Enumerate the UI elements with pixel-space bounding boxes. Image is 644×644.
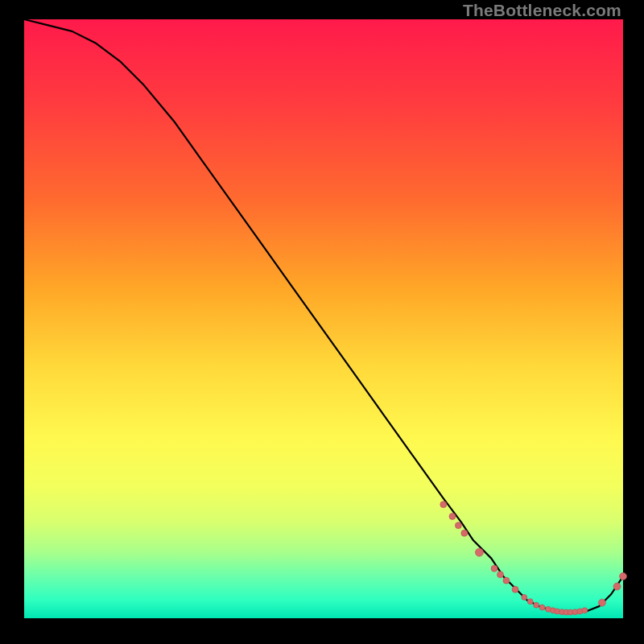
- data-marker: [449, 514, 456, 520]
- data-marker: [527, 599, 533, 605]
- curve-layer: [24, 19, 623, 618]
- data-marker: [455, 522, 461, 529]
- bottleneck-curve: [24, 19, 623, 613]
- data-marker: [512, 586, 518, 592]
- plot-area: [24, 19, 623, 618]
- data-marker: [522, 594, 527, 600]
- data-marker: [534, 602, 539, 608]
- data-marker: [461, 530, 468, 536]
- data-marker: [440, 502, 447, 508]
- data-marker: [598, 599, 605, 606]
- data-marker: [620, 572, 627, 580]
- watermark-text: TheBottleneck.com: [463, 2, 621, 19]
- data-marker: [613, 583, 621, 590]
- data-marker: [503, 577, 510, 584]
- data-marker: [539, 605, 545, 610]
- data-marker: [475, 548, 483, 556]
- data-markers: [440, 502, 627, 615]
- data-marker: [491, 565, 497, 572]
- data-marker: [582, 608, 588, 613]
- data-marker: [497, 572, 503, 578]
- chart-stage: TheBottleneck.com: [0, 0, 644, 644]
